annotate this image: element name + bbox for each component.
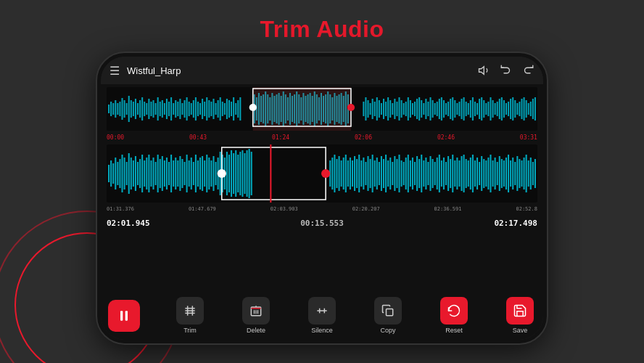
svg-rect-200 [141,155,143,192]
svg-rect-269 [372,155,373,192]
svg-rect-38 [193,100,194,118]
svg-rect-347 [120,311,123,320]
svg-rect-337 [524,158,525,189]
svg-rect-17 [146,103,147,115]
silence-button[interactable]: Silence [306,297,338,334]
svg-rect-333 [514,162,516,185]
svg-rect-131 [425,99,426,119]
detail-waveform[interactable] [107,144,537,203]
svg-rect-169 [510,99,511,119]
svg-rect-244 [239,152,241,195]
svg-rect-174 [521,99,522,119]
svg-rect-155 [479,99,480,119]
svg-rect-296 [432,159,434,188]
svg-rect-13 [137,103,139,115]
svg-rect-46 [210,102,212,116]
svg-rect-7 [124,100,125,118]
svg-rect-32 [179,99,181,119]
svg-rect-117 [394,99,395,119]
svg-rect-212 [168,162,170,185]
svg-rect-130 [423,103,424,115]
svg-rect-255 [341,160,342,187]
svg-rect-322 [490,155,491,192]
svg-rect-150 [468,103,469,115]
svg-rect-180 [534,97,536,121]
svg-rect-208 [160,159,161,188]
svg-rect-129 [421,100,422,118]
svg-rect-264 [360,160,362,187]
svg-rect-28 [170,97,172,121]
svg-rect-249 [251,152,252,195]
svg-rect-318 [481,156,482,191]
copy-button[interactable]: Copy [372,297,404,334]
svg-rect-339 [528,160,529,187]
svg-rect-137 [439,99,440,119]
svg-rect-4 [117,103,118,115]
svg-point-184 [347,104,355,111]
svg-rect-138 [441,97,442,121]
svg-rect-33 [181,103,183,115]
svg-rect-284 [405,158,407,189]
svg-rect-245 [242,150,243,197]
menu-icon[interactable]: ☰ [110,64,120,78]
save-button[interactable]: Save [504,297,536,334]
svg-rect-125 [412,103,413,115]
svg-rect-106 [370,103,371,115]
delete-label: Delete [247,327,265,334]
svg-rect-215 [175,158,176,189]
svg-rect-232 [212,156,214,191]
svg-rect-162 [495,103,496,115]
svg-rect-239 [228,155,230,192]
redo-icon[interactable] [521,64,534,77]
svg-rect-179 [532,99,534,119]
svg-rect-11 [133,102,134,116]
svg-rect-271 [376,158,378,189]
svg-rect-222 [191,158,192,189]
svg-rect-335 [519,159,520,188]
svg-rect-286 [410,160,411,187]
svg-rect-16 [144,102,145,116]
svg-rect-165 [501,97,503,121]
svg-rect-147 [461,99,463,119]
svg-rect-277 [389,158,391,189]
svg-rect-315 [474,160,476,187]
svg-rect-127 [416,99,418,119]
svg-rect-132 [427,102,429,116]
svg-rect-15 [141,97,143,121]
trim-button[interactable]: Trim [174,297,206,334]
svg-rect-159 [487,102,489,116]
svg-point-344 [218,169,226,178]
svg-rect-58 [237,100,239,118]
svg-rect-115 [389,100,391,118]
svg-rect-42 [202,99,203,119]
volume-icon[interactable] [478,64,491,77]
svg-rect-267 [367,156,368,191]
svg-rect-300 [441,160,442,187]
svg-rect-30 [175,100,176,118]
svg-rect-191 [121,155,123,192]
delete-button[interactable]: Delete [240,297,272,334]
pause-button[interactable] [108,300,140,332]
svg-rect-319 [483,159,484,188]
svg-rect-164 [499,99,500,119]
silence-icon [315,303,329,318]
reset-button[interactable]: Reset [438,297,470,334]
svg-rect-105 [367,100,368,118]
svg-rect-51 [222,102,223,116]
undo-icon[interactable] [500,64,513,77]
svg-rect-173 [519,102,520,116]
svg-rect-227 [202,156,203,191]
svg-rect-312 [468,160,469,187]
svg-rect-252 [334,155,335,192]
svg-rect-56 [233,97,234,121]
overview-waveform[interactable] [107,87,537,131]
svg-rect-201 [144,160,145,187]
svg-rect-303 [447,156,449,191]
svg-rect-336 [521,160,522,187]
svg-rect-47 [212,99,214,119]
svg-rect-153 [474,102,476,116]
svg-rect-25 [164,103,165,115]
svg-rect-10 [131,100,132,118]
svg-rect-329 [505,158,507,189]
svg-rect-187 [112,163,114,184]
